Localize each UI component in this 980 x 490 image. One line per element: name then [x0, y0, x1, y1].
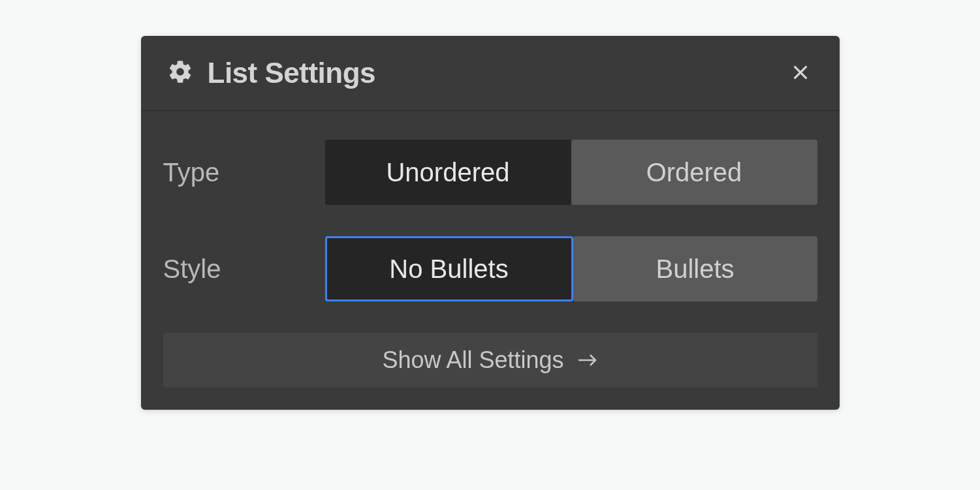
gear-icon	[167, 59, 193, 87]
type-setting-row: Type Unordered Ordered	[163, 140, 817, 205]
type-option-ordered[interactable]: Ordered	[571, 140, 817, 205]
close-icon	[790, 62, 811, 85]
close-button[interactable]	[787, 60, 814, 86]
show-all-settings-button[interactable]: Show All Settings	[163, 333, 817, 388]
type-option-unordered[interactable]: Unordered	[325, 140, 571, 205]
style-label: Style	[163, 254, 325, 284]
panel-header: List Settings	[141, 36, 840, 111]
list-settings-panel: List Settings Type Unordered Ordered Sty…	[141, 36, 840, 410]
panel-body: Type Unordered Ordered Style No Bullets …	[141, 111, 840, 410]
style-option-no-bullets[interactable]: No Bullets	[325, 236, 573, 301]
type-label: Type	[163, 158, 325, 187]
style-setting-row: Style No Bullets Bullets	[163, 236, 817, 301]
style-toggle-group: No Bullets Bullets	[325, 236, 817, 301]
style-option-bullets[interactable]: Bullets	[573, 236, 817, 301]
panel-title: List Settings	[208, 57, 376, 89]
show-all-label: Show All Settings	[382, 346, 563, 374]
arrow-right-icon	[577, 346, 598, 374]
header-title-group: List Settings	[167, 57, 376, 89]
type-toggle-group: Unordered Ordered	[325, 140, 817, 205]
